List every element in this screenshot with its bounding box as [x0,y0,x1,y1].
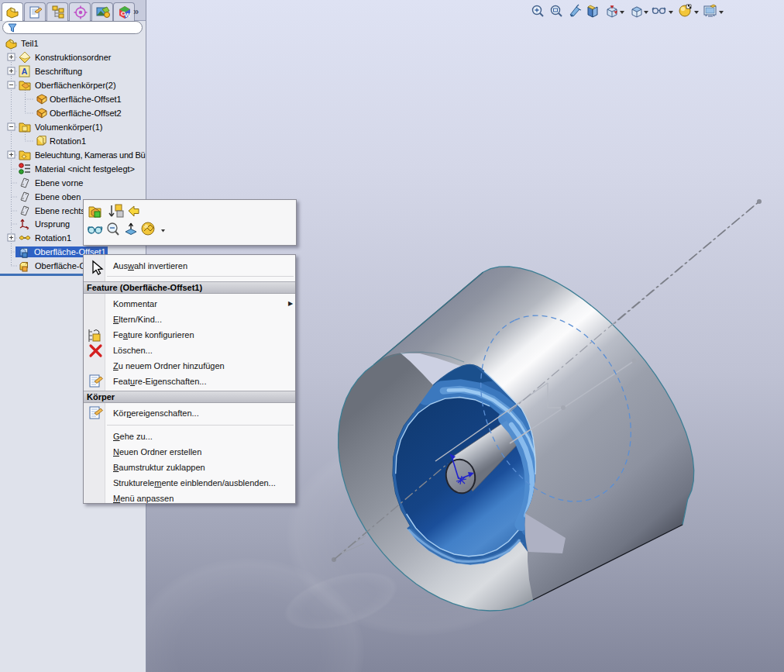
svg-text:A: A [22,67,28,76]
